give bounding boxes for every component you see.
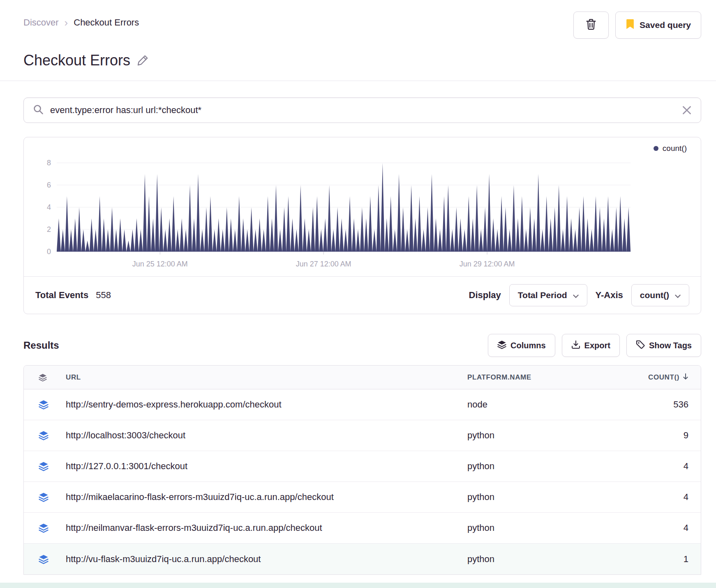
svg-text:2: 2 bbox=[47, 225, 51, 234]
count-cell: 1 bbox=[615, 554, 688, 565]
table-row: http://mikaelacarino-flask-errors-m3uuiz… bbox=[24, 482, 701, 513]
legend-dot bbox=[654, 146, 658, 151]
stack-icon[interactable] bbox=[39, 492, 66, 502]
display-dropdown[interactable]: Total Period bbox=[509, 284, 587, 306]
edit-title-pencil-icon[interactable] bbox=[137, 55, 148, 66]
results-heading: Results bbox=[23, 340, 59, 351]
chart-legend[interactable]: count() bbox=[35, 144, 689, 153]
bookmark-icon bbox=[626, 19, 635, 32]
yaxis-dropdown[interactable]: count() bbox=[631, 284, 689, 306]
stack-icon[interactable] bbox=[39, 461, 66, 471]
bottom-cutoff-strip bbox=[0, 583, 716, 588]
export-label: Export bbox=[584, 341, 610, 350]
svg-text:8: 8 bbox=[47, 159, 51, 167]
results-actions: Columns Export Show Tags bbox=[488, 334, 701, 357]
table-row: http://localhost:3003/checkout python 9 bbox=[24, 420, 701, 451]
chevron-down-icon bbox=[675, 290, 681, 300]
url-cell: http://127.0.0.1:3001/checkout bbox=[66, 461, 467, 472]
url-cell: http://localhost:3003/checkout bbox=[66, 430, 467, 441]
breadcrumb-current: Checkout Errors bbox=[74, 17, 139, 28]
table-row: http://127.0.0.1:3001/checkout python 4 bbox=[24, 451, 701, 482]
platform-cell: node bbox=[467, 399, 615, 410]
discover-page: Discover › Checkout Errors Saved query bbox=[0, 0, 716, 588]
header-divider bbox=[0, 81, 716, 81]
column-header-platform[interactable]: PLATFORM.NAME bbox=[467, 373, 615, 382]
url-cell: http://sentry-demos-express.herokuapp.co… bbox=[66, 399, 467, 410]
stack-icon[interactable] bbox=[39, 554, 66, 564]
svg-text:0: 0 bbox=[47, 248, 51, 256]
column-header-count[interactable]: COUNT() bbox=[615, 373, 688, 382]
url-cell: http://mikaelacarino-flask-errors-m3uuiz… bbox=[66, 492, 467, 502]
events-chart: 02468Jun 25 12:00 AMJun 27 12:00 AMJun 2… bbox=[35, 153, 689, 276]
delete-query-button[interactable] bbox=[573, 12, 609, 39]
table-row: http://sentry-demos-express.herokuapp.co… bbox=[24, 389, 701, 420]
count-cell: 9 bbox=[615, 430, 688, 441]
search-bar bbox=[23, 97, 701, 123]
title-row: Checkout Errors bbox=[23, 52, 701, 69]
layers-icon[interactable] bbox=[39, 373, 66, 382]
chart-footer: Total Events 558 Display Total Period Y-… bbox=[24, 276, 701, 314]
svg-text:Jun 27 12:00 AM: Jun 27 12:00 AM bbox=[296, 260, 351, 268]
chevron-down-icon bbox=[573, 290, 579, 300]
yaxis-label: Y-Axis bbox=[596, 290, 623, 301]
show-tags-button[interactable]: Show Tags bbox=[626, 334, 701, 357]
clear-search-icon[interactable] bbox=[682, 105, 692, 115]
saved-query-label: Saved query bbox=[640, 20, 691, 30]
yaxis-value: count() bbox=[640, 290, 669, 300]
total-events-value: 558 bbox=[96, 290, 111, 301]
platform-cell: python bbox=[467, 430, 615, 441]
table-row: http://neilmanvar-flask-errors-m3uuizd7i… bbox=[24, 513, 701, 544]
platform-cell: python bbox=[467, 554, 615, 565]
search-input[interactable] bbox=[50, 105, 675, 116]
breadcrumb: Discover › Checkout Errors bbox=[23, 12, 139, 28]
count-cell: 536 bbox=[615, 399, 688, 410]
svg-text:4: 4 bbox=[47, 203, 51, 211]
platform-cell: python bbox=[467, 461, 615, 472]
display-label: Display bbox=[469, 290, 501, 301]
breadcrumb-discover-link[interactable]: Discover bbox=[23, 17, 59, 28]
chart-controls: Display Total Period Y-Axis count() bbox=[469, 284, 689, 306]
download-icon bbox=[571, 340, 580, 351]
top-actions: Saved query bbox=[573, 12, 701, 39]
stack-icon[interactable] bbox=[39, 523, 66, 533]
sort-desc-arrow-icon bbox=[683, 373, 688, 382]
results-table: URL PLATFORM.NAME COUNT() http://sent bbox=[23, 365, 701, 575]
chevron-right-icon: › bbox=[65, 17, 68, 28]
total-events-label: Total Events bbox=[35, 290, 88, 301]
chart-inner: count() 02468Jun 25 12:00 AMJun 27 12:00… bbox=[24, 137, 701, 276]
trash-icon bbox=[586, 19, 596, 32]
platform-cell: python bbox=[467, 523, 615, 533]
stack-icon[interactable] bbox=[39, 431, 66, 440]
svg-text:Jun 29 12:00 AM: Jun 29 12:00 AM bbox=[460, 260, 515, 268]
results-header-row: Results Columns Export bbox=[23, 334, 701, 357]
search-icon bbox=[33, 104, 44, 116]
stack-icon[interactable] bbox=[39, 400, 66, 410]
platform-cell: python bbox=[467, 492, 615, 502]
layers-icon bbox=[497, 340, 506, 351]
top-bar: Discover › Checkout Errors Saved query bbox=[23, 12, 701, 39]
count-cell: 4 bbox=[615, 461, 688, 472]
svg-text:Jun 25 12:00 AM: Jun 25 12:00 AM bbox=[132, 260, 188, 268]
display-value: Total Period bbox=[518, 290, 567, 300]
url-cell: http://neilmanvar-flask-errors-m3uuizd7i… bbox=[66, 523, 467, 533]
columns-label: Columns bbox=[510, 341, 546, 350]
url-cell: http://vu-flask-m3uuizd7iq-uc.a.run.app/… bbox=[66, 554, 467, 565]
column-header-url[interactable]: URL bbox=[66, 373, 467, 382]
legend-label: count() bbox=[663, 144, 687, 153]
table-row: http://vu-flask-m3uuizd7iq-uc.a.run.app/… bbox=[24, 544, 701, 574]
table-header-row: URL PLATFORM.NAME COUNT() bbox=[24, 366, 701, 389]
saved-query-button[interactable]: Saved query bbox=[615, 12, 701, 39]
count-cell: 4 bbox=[615, 523, 688, 533]
events-chart-panel: count() 02468Jun 25 12:00 AMJun 27 12:00… bbox=[23, 137, 701, 314]
show-tags-label: Show Tags bbox=[649, 341, 692, 350]
export-button[interactable]: Export bbox=[562, 334, 620, 357]
svg-text:6: 6 bbox=[47, 181, 51, 189]
tag-icon bbox=[636, 340, 645, 351]
count-cell: 4 bbox=[615, 492, 688, 502]
columns-button[interactable]: Columns bbox=[488, 334, 555, 357]
page-title: Checkout Errors bbox=[23, 52, 130, 69]
total-events: Total Events 558 bbox=[35, 290, 111, 301]
